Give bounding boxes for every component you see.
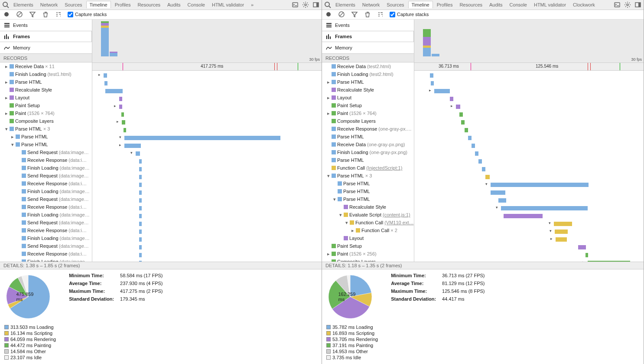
record-row[interactable]: Layout (322, 234, 414, 242)
flame-bar[interactable] (475, 151, 478, 156)
flame-bar[interactable]: ▾ (136, 151, 140, 156)
records-list[interactable]: ▸ Receive Data × 11 Finish Loading (test… (0, 62, 92, 262)
disclosure-triangle[interactable]: ▸ (4, 79, 8, 85)
tab-sources[interactable]: Sources (62, 1, 85, 8)
flame-chart[interactable]: ▸▸▾▾▾▾▸▸ (414, 71, 644, 262)
flame-bar[interactable] (119, 97, 122, 101)
search-icon[interactable] (324, 1, 332, 9)
flame-bar[interactable] (459, 112, 463, 117)
record-row[interactable]: ▸ Receive Data × 11 (0, 62, 92, 70)
record-row[interactable]: Send Request (data:image… (0, 148, 92, 156)
disclosure-triangle[interactable]: ▸ (326, 111, 330, 116)
trash-button[interactable] (42, 10, 49, 18)
record-row[interactable]: Receive Response (data:i… (0, 250, 92, 258)
disclosure-triangle[interactable]: ▸ (10, 134, 14, 140)
console-toggle-icon[interactable] (613, 1, 621, 9)
flame-toggle[interactable]: ▸ (114, 104, 116, 108)
record-row[interactable]: Receive Data (test2.html) (322, 62, 414, 70)
flame-toggle[interactable]: ▸ (117, 119, 119, 124)
nav-frames[interactable]: Frames (322, 31, 414, 42)
tab-resources[interactable]: Resources (134, 1, 163, 8)
tab-html-validator[interactable]: HTML validator (209, 1, 247, 8)
flame-toggle[interactable]: ▸ (451, 104, 453, 108)
record-row[interactable]: Receive Response (one-gray-px.… (322, 125, 414, 133)
record-row[interactable]: ▾ Parse HTML × 3 (322, 172, 414, 180)
record-row[interactable]: ▸ Paint (1526 × 256) (322, 250, 414, 258)
disclosure-triangle[interactable]: ▾ (332, 197, 336, 202)
clear-button[interactable] (16, 10, 23, 18)
tab-network[interactable]: Network (359, 1, 383, 8)
record-row[interactable]: Finish Loading (data:image… (0, 258, 92, 262)
record-link[interactable]: (content.js:1) (383, 212, 410, 217)
tab-elements[interactable]: Elements (10, 1, 36, 8)
record-row[interactable]: Receive Response (data:i… (0, 156, 92, 164)
record-row[interactable]: Receive Response (data:i… (0, 203, 92, 211)
flame-bar[interactable]: ▾ (124, 136, 280, 140)
tab-elements[interactable]: Elements (332, 1, 358, 8)
tab-console[interactable]: Console (185, 1, 208, 8)
tab-html-validator[interactable]: HTML validator (531, 1, 569, 8)
record-row[interactable]: Finish Loading (data:image… (0, 211, 92, 219)
flame-toggle[interactable]: ▾ (549, 221, 551, 225)
flame-bar[interactable] (124, 128, 126, 132)
flame-toggle[interactable]: ▸ (429, 88, 431, 92)
tab-sources[interactable]: Sources (384, 1, 407, 8)
record-row[interactable]: Recalculate Style (322, 203, 414, 211)
disclosure-triangle[interactable]: ▸ (4, 95, 8, 101)
flame-toggle[interactable]: ▾ (130, 151, 133, 155)
record-row[interactable]: Parse HTML (322, 133, 414, 141)
dock-icon[interactable] (312, 1, 320, 9)
record-row[interactable]: Send Request (data:image… (0, 172, 92, 180)
flame-bar[interactable]: ▸ (124, 144, 141, 148)
flame-bar[interactable] (139, 198, 142, 203)
search-icon[interactable] (2, 1, 10, 9)
nest-button[interactable] (377, 10, 384, 18)
disclosure-triangle[interactable]: ▸ (4, 111, 8, 116)
record-row[interactable]: Finish Loading (data:image… (0, 164, 92, 172)
tab-timeline[interactable]: Timeline (408, 1, 433, 8)
disclosure-triangle[interactable]: ▾ (4, 126, 8, 132)
filter-button[interactable] (351, 10, 358, 18)
flame-bar[interactable] (139, 253, 142, 257)
flame-bar[interactable] (498, 198, 506, 203)
record-row[interactable]: Composite Layers (322, 258, 414, 262)
flame-bar[interactable] (431, 81, 434, 85)
record-button[interactable] (325, 10, 332, 18)
tab-resources[interactable]: Resources (456, 1, 485, 8)
record-row[interactable]: Receive Response (data:i… (0, 226, 92, 234)
tab-audits[interactable]: Audits (486, 1, 506, 8)
flame-bar[interactable] (482, 167, 485, 171)
tab-console[interactable]: Console (507, 1, 530, 8)
flame-bar[interactable] (104, 81, 107, 85)
disclosure-triangle[interactable]: ▸ (326, 251, 330, 257)
record-row[interactable]: Finish Loading (data:image… (0, 234, 92, 242)
flame-bar[interactable] (139, 222, 142, 226)
flame-bar[interactable] (485, 175, 490, 179)
record-row[interactable]: Receive Data (one-gray-px.png) (322, 141, 414, 148)
flame-bar[interactable] (491, 190, 505, 195)
flame-bar[interactable]: ▾ (554, 222, 572, 226)
flame-bar[interactable] (139, 175, 142, 179)
record-row[interactable]: ▾ Parse HTML (322, 195, 414, 203)
flame-bar[interactable] (139, 159, 142, 164)
capture-stacks-checkbox[interactable]: Capture stacks (68, 12, 107, 17)
record-row[interactable]: ▸ Paint (1526 × 764) (322, 109, 414, 117)
record-row[interactable]: ▾ Parse HTML × 3 (0, 125, 92, 133)
flame-bar[interactable]: ▸ (556, 237, 567, 242)
overview-bar[interactable] (110, 21, 117, 56)
flame-toggle[interactable]: ▸ (550, 236, 553, 241)
tab-profiles[interactable]: Profiles (434, 1, 456, 8)
record-button[interactable] (3, 10, 10, 18)
nav-events[interactable]: Events (322, 20, 414, 31)
record-row[interactable]: Parse HTML (322, 180, 414, 187)
flame-bar[interactable]: ▸ (588, 261, 630, 262)
flame-toggle[interactable]: ▸ (582, 260, 585, 262)
record-row[interactable]: Send Request (data:image… (0, 242, 92, 250)
flame-bar[interactable] (139, 167, 142, 171)
flame-bar[interactable] (105, 89, 123, 93)
record-row[interactable]: Finish Loading (test1.html) (0, 70, 92, 78)
flame-bar[interactable] (139, 261, 142, 262)
flame-bar[interactable] (139, 190, 142, 195)
gear-icon[interactable] (302, 1, 309, 9)
record-row[interactable]: Parse HTML (322, 187, 414, 195)
